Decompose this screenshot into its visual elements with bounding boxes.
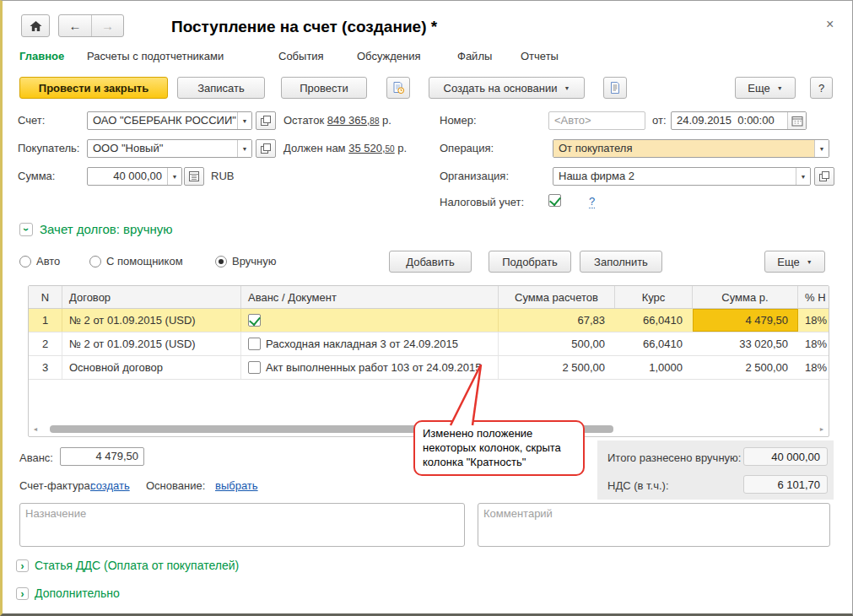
cell-settlement[interactable]: 67,83 bbox=[499, 309, 615, 332]
advance-label: Аванс: bbox=[19, 451, 53, 464]
tab-otchety[interactable]: Отчеты bbox=[521, 50, 559, 62]
cell-num[interactable]: 1 bbox=[29, 309, 62, 332]
fill-button[interactable]: Заполнить bbox=[580, 251, 662, 273]
mode-assistant-radio[interactable]: С помощником bbox=[89, 255, 183, 267]
number-field[interactable]: <Авто> bbox=[548, 111, 645, 130]
tax-accounting-checkbox[interactable] bbox=[548, 194, 561, 207]
invoice-label: Счет-фактура: bbox=[19, 479, 93, 492]
table-row[interactable]: 2 № 2 от 01.09.2015 (USD) Расходная накл… bbox=[29, 332, 829, 356]
chevron-down-icon[interactable]: ▼ bbox=[237, 140, 251, 157]
col-header-settlement[interactable]: Сумма расчетов bbox=[499, 286, 615, 308]
tab-obsuzhdeniya[interactable]: Обсуждения bbox=[357, 50, 421, 62]
advance-checkbox[interactable] bbox=[248, 314, 261, 327]
home-button[interactable] bbox=[21, 14, 50, 37]
help-button[interactable]: ? bbox=[810, 77, 833, 99]
total-vat-label: НДС (в т.ч.): bbox=[607, 479, 669, 492]
cell-rate[interactable]: 66,0410 bbox=[615, 309, 693, 332]
invoice-create-link[interactable]: создать bbox=[90, 479, 130, 492]
cell-vat[interactable]: 18% bbox=[798, 309, 829, 332]
cell-settlement[interactable]: 500,00 bbox=[499, 332, 615, 355]
chevron-down-icon[interactable]: ▼ bbox=[814, 140, 829, 157]
cell-vat[interactable]: 18% bbox=[798, 332, 829, 355]
more-button-table[interactable]: Еще ▼ bbox=[764, 251, 825, 273]
mode-auto-radio[interactable]: Авто bbox=[19, 255, 60, 267]
purpose-textarea[interactable]: Назначение bbox=[19, 503, 465, 547]
calculator-button[interactable] bbox=[184, 167, 204, 186]
cell-contract[interactable]: Основной договор bbox=[62, 356, 241, 379]
cell-num[interactable]: 3 bbox=[29, 356, 62, 379]
create-based-on-button[interactable]: Создать на основании ▼ bbox=[429, 77, 585, 99]
chevron-down-icon[interactable]: ▼ bbox=[167, 168, 181, 185]
scroll-right-icon[interactable]: ► bbox=[818, 426, 826, 432]
cash-flow-section-title[interactable]: Статья ДДС (Оплата от покупателей) bbox=[35, 559, 239, 572]
advance-field[interactable]: 4 479,50 bbox=[60, 447, 144, 466]
debt-table: N Договор Аванс / Документ Сумма расчето… bbox=[28, 285, 829, 437]
tab-glavnoe[interactable]: Главное bbox=[19, 50, 64, 62]
balance-amount[interactable]: 849 365,88 bbox=[327, 114, 380, 127]
chevron-down-icon[interactable]: ▼ bbox=[796, 168, 810, 185]
col-header-document[interactable]: Аванс / Документ bbox=[241, 286, 499, 308]
col-header-sum-rub[interactable]: Сумма р. bbox=[693, 286, 798, 308]
account-balance: Остаток 849 365,88 р. bbox=[283, 114, 391, 127]
col-header-vat[interactable]: % Н bbox=[798, 286, 829, 308]
col-header-rate[interactable]: Курс bbox=[615, 286, 693, 308]
close-icon[interactable]: × bbox=[826, 18, 834, 31]
cell-sum-rub-active[interactable]: 4 479,50 bbox=[693, 309, 798, 332]
forward-button[interactable]: → bbox=[91, 15, 123, 36]
tab-fayly[interactable]: Файлы bbox=[457, 50, 492, 62]
organization-open-button[interactable] bbox=[814, 167, 834, 186]
tax-help-link[interactable]: ? bbox=[589, 195, 595, 208]
post-button[interactable]: Провести bbox=[281, 77, 367, 99]
cell-sum-rub[interactable]: 33 020,50 bbox=[693, 332, 798, 355]
operation-field[interactable]: От покупателя ▼ bbox=[553, 139, 829, 158]
scroll-left-icon[interactable]: ◄ bbox=[31, 426, 40, 432]
callout-tail bbox=[437, 359, 496, 427]
cell-sum-rub[interactable]: 2 500,00 bbox=[693, 356, 798, 379]
cell-num[interactable]: 2 bbox=[29, 332, 62, 355]
date-field[interactable]: 24.09.2015 0:00:00 bbox=[671, 111, 807, 130]
organization-field[interactable]: Наша фирма 2 ▼ bbox=[553, 167, 811, 186]
buyer-open-button[interactable] bbox=[256, 139, 276, 158]
account-field[interactable]: ОАО "СБЕРБАНК РОССИИ" ▼ bbox=[87, 111, 252, 130]
debt-section-collapse-button[interactable]: › bbox=[19, 223, 33, 236]
balance-currency: р. bbox=[382, 114, 391, 127]
cell-vat[interactable]: 18% bbox=[798, 356, 829, 379]
calendar-button[interactable] bbox=[787, 112, 806, 129]
pick-button[interactable]: Подобрать bbox=[489, 251, 571, 273]
tab-raschety[interactable]: Расчеты с подотчетниками bbox=[87, 50, 224, 62]
save-button[interactable]: Записать bbox=[177, 77, 265, 99]
additional-section-title[interactable]: Дополнительно bbox=[35, 586, 120, 600]
table-row[interactable]: 3 Основной договор Акт выполненных работ… bbox=[29, 356, 829, 380]
basis-select-link[interactable]: выбрать bbox=[215, 479, 258, 492]
cell-document[interactable] bbox=[241, 309, 499, 332]
chevron-down-icon[interactable]: ▼ bbox=[237, 112, 251, 129]
set-posting-time-button[interactable] bbox=[386, 77, 410, 99]
comment-textarea[interactable]: Комментарий bbox=[478, 503, 830, 547]
reports-button[interactable] bbox=[603, 77, 627, 99]
col-header-num[interactable]: N bbox=[29, 286, 62, 308]
cell-rate[interactable]: 66,0410 bbox=[615, 332, 693, 355]
chevron-down-icon: ▼ bbox=[777, 85, 783, 91]
cell-document[interactable]: Расходная накладная 3 от 24.09.2015 bbox=[241, 332, 499, 355]
cell-contract[interactable]: № 2 от 01.09.2015 (USD) bbox=[62, 309, 241, 332]
advance-checkbox[interactable] bbox=[248, 338, 261, 350]
additional-section-expand-button[interactable]: › bbox=[16, 587, 29, 600]
table-row[interactable]: 1 № 2 от 01.09.2015 (USD) 67,83 66,0410 … bbox=[29, 309, 829, 332]
mode-manual-radio[interactable]: Вручную bbox=[215, 255, 276, 267]
amount-field[interactable]: 40 000,00 ▼ bbox=[87, 167, 182, 186]
cash-flow-section-expand-button[interactable]: › bbox=[16, 559, 29, 572]
more-button-top[interactable]: Еще ▼ bbox=[735, 77, 796, 99]
debt-amount[interactable]: 35 520,50 bbox=[348, 142, 395, 154]
back-button[interactable]: ← bbox=[59, 15, 91, 36]
add-row-button[interactable]: Добавить bbox=[389, 251, 472, 273]
account-open-button[interactable] bbox=[256, 111, 276, 130]
col-header-contract[interactable]: Договор bbox=[62, 286, 241, 308]
advance-checkbox[interactable] bbox=[248, 361, 261, 374]
post-and-close-button[interactable]: Провести и закрыть bbox=[19, 77, 168, 99]
cell-contract[interactable]: № 2 от 01.09.2015 (USD) bbox=[62, 332, 241, 355]
cell-settlement[interactable]: 2 500,00 bbox=[499, 356, 615, 379]
buyer-debt: Должен нам 35 520,50 р. bbox=[283, 142, 407, 154]
tab-sobytiya[interactable]: События bbox=[278, 50, 324, 62]
cell-rate[interactable]: 1,0000 bbox=[615, 356, 693, 379]
buyer-field[interactable]: ООО "Новый" ▼ bbox=[87, 139, 252, 158]
